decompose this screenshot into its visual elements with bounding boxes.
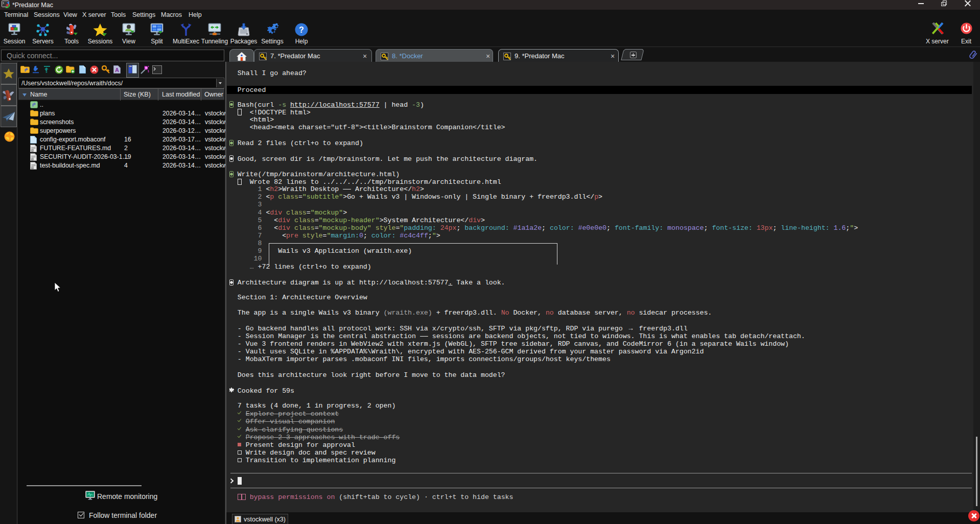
svg-text:?: ? bbox=[299, 26, 304, 34]
svg-text:A: A bbox=[115, 67, 119, 73]
